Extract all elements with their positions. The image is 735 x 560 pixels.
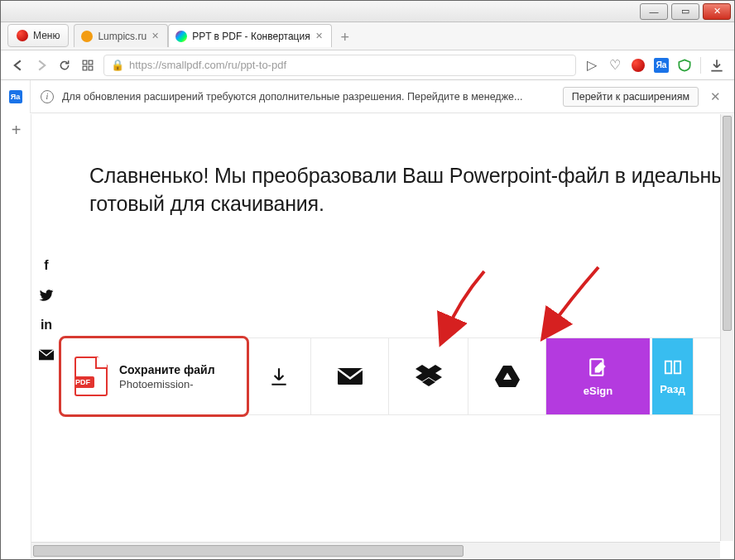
lock-icon: 🔒 [111,59,124,71]
add-workspace-button[interactable]: + [12,121,22,140]
menu-label: Меню [33,30,60,41]
svg-rect-0 [83,60,87,65]
esign-icon [588,357,609,378]
workspace-sidebar: + [2,114,31,558]
downloads-button[interactable] [709,58,724,73]
tab-title: Lumpics.ru [98,31,147,42]
extension-warning-bar: i Для обновления расширений требуются до… [31,80,734,113]
nav-forward-button[interactable] [34,58,49,73]
save-file-card[interactable]: Сохраните файл Photoemission- [59,336,249,417]
browser-tab[interactable]: Lumpics.ru ✕ [74,24,168,47]
go-to-extensions-button[interactable]: Перейти к расширениям [563,87,699,107]
bookmark-icon[interactable]: ♡ [608,58,622,73]
window-titlebar: — ▭ ✕ [1,1,734,22]
browser-tab-strip: Меню Lumpics.ru ✕ PPT в PDF - Конвертаци… [1,22,734,50]
save-file-name: Photoemission- [119,378,215,390]
google-drive-button[interactable] [468,338,546,414]
favicon-icon [175,31,187,42]
pdf-file-icon [74,357,108,396]
vpn-icon[interactable]: ▷ [584,58,599,73]
notification-row: Яа i Для обновления расширений требуются… [1,80,734,113]
adblock-icon[interactable] [677,58,692,73]
new-tab-button[interactable]: + [335,27,355,47]
browser-tab[interactable]: PPT в PDF - Конвертация ✕ [168,24,332,47]
share-twitter-button[interactable] [31,280,61,310]
split-icon [664,358,682,376]
page-viewport: Славненько! Мы преобразовали Ваш Powerpo… [31,114,733,541]
svg-rect-4 [338,368,363,385]
translate-extension-icon[interactable]: Яа [654,58,669,73]
window-close-button[interactable]: ✕ [703,3,731,20]
save-file-title: Сохраните файл [119,363,215,376]
nav-back-button[interactable] [11,58,26,73]
share-rail: f in [31,251,61,370]
svg-rect-3 [89,66,93,70]
horizontal-scrollbar[interactable] [31,542,720,558]
favicon-icon [81,31,93,42]
opera-logo-icon [17,30,28,41]
svg-rect-1 [89,60,93,65]
speed-dial-button[interactable] [80,58,95,73]
translate-side-icon[interactable]: Яа [9,90,22,103]
address-bar: 🔒 https://smallpdf.com/ru/ppt-to-pdf ▷ ♡… [1,50,734,80]
esign-label: eSign [584,385,612,397]
share-email-button[interactable] [31,340,61,370]
svg-rect-7 [674,361,680,373]
svg-rect-2 [83,66,87,70]
svg-rect-6 [665,361,670,373]
split-button[interactable]: Разд [652,338,694,414]
split-label: Разд [660,383,685,395]
tab-close-icon[interactable]: ✕ [315,31,323,41]
opera-account-icon[interactable] [631,58,646,73]
scroll-thumb[interactable] [723,116,732,331]
window-maximize-button[interactable]: ▭ [671,3,699,20]
success-headline: Славненько! Мы преобразовали Ваш Powerpo… [65,151,733,227]
dismiss-warning-button[interactable]: ✕ [707,89,724,104]
url-input[interactable]: 🔒 https://smallpdf.com/ru/ppt-to-pdf [103,55,576,76]
warning-text: Для обновления расширений требуются допо… [62,91,522,103]
annotation-arrow [536,263,611,349]
info-icon: i [41,90,54,103]
share-linkedin-button[interactable]: in [31,310,61,340]
dropbox-button[interactable] [389,338,468,414]
esign-button[interactable]: eSign [546,338,652,414]
tab-close-icon[interactable]: ✕ [151,31,159,41]
nav-reload-button[interactable] [57,58,72,73]
download-button[interactable] [247,338,311,414]
opera-menu-button[interactable]: Меню [7,24,69,47]
action-row: Сохраните файл Photoemission- eSign Разд [61,337,733,415]
tab-title: PPT в PDF - Конвертация [192,31,310,42]
email-button[interactable] [311,338,389,414]
window-minimize-button[interactable]: — [640,3,668,20]
url-text: https://smallpdf.com/ru/ppt-to-pdf [129,59,286,71]
share-facebook-button[interactable]: f [31,251,61,280]
vertical-scrollbar[interactable] [720,114,733,541]
scroll-thumb[interactable] [33,545,464,557]
